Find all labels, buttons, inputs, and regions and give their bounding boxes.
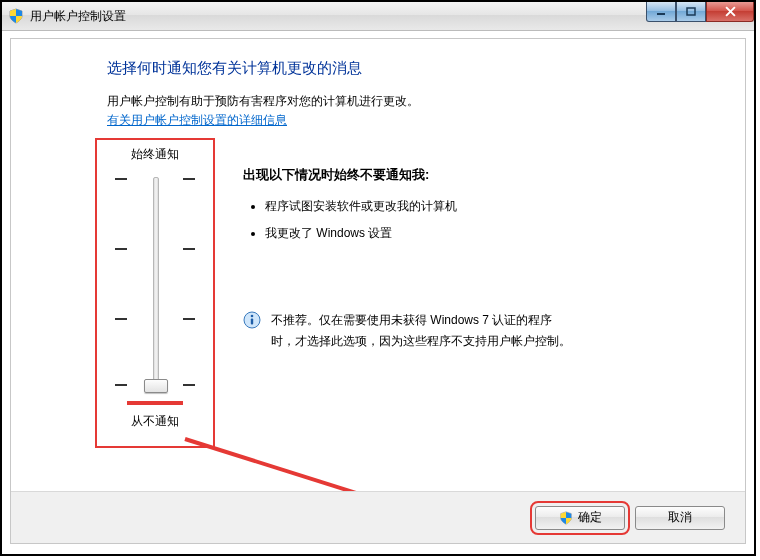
uac-shield-icon [8,8,24,24]
slider-label-bottom: 从不通知 [101,413,209,430]
window-buttons [646,2,754,22]
notification-slider-panel: 始终通知 从不通知 [95,138,215,448]
notification-slider[interactable] [115,171,195,395]
window-title: 用户帐户控制设置 [30,8,126,25]
svg-point-3 [251,315,254,318]
level-description-panel: 出现以下情况时始终不要通知我: 程序试图安装软件或更改我的计算机 我更改了 Wi… [243,138,721,448]
svg-rect-1 [687,8,695,15]
titlebar: 用户帐户控制设置 [2,2,754,31]
minimize-button[interactable] [646,2,676,22]
slider-label-top: 始终通知 [101,146,209,163]
ok-button[interactable]: 确定 [535,506,625,530]
cancel-button-label: 取消 [668,509,692,526]
svg-rect-0 [657,13,665,15]
slider-track [153,177,159,389]
uac-shield-icon [559,511,573,525]
page-title: 选择何时通知您有关计算机更改的消息 [107,59,721,78]
intro-text: 用户帐户控制有助于预防有害程序对您的计算机进行更改。 [107,92,721,111]
annotation-underline [127,401,183,405]
slider-thumb[interactable] [144,379,168,393]
level-title: 出现以下情况时始终不要通知我: [243,166,721,184]
content-area: 选择何时通知您有关计算机更改的消息 用户帐户控制有助于预防有害程序对您的计算机进… [11,39,745,491]
recommendation-text: 不推荐。仅在需要使用未获得 Windows 7 认证的程序时，才选择此选项，因为… [271,310,571,351]
help-link[interactable]: 有关用户帐户控制设置的详细信息 [107,113,287,127]
uac-settings-window: 用户帐户控制设置 选择何时通知您有关计算机更改的消息 用户帐户控制有助于预防有害… [0,0,756,556]
ok-button-label: 确定 [578,509,602,526]
level-bullet-list: 程序试图安装软件或更改我的计算机 我更改了 Windows 设置 [265,198,721,242]
maximize-button[interactable] [676,2,706,22]
dialog-footer: 确定 取消 [11,491,745,543]
intro-block: 用户帐户控制有助于预防有害程序对您的计算机进行更改。 有关用户帐户控制设置的详细… [107,92,721,130]
cancel-button[interactable]: 取消 [635,506,725,530]
client-area: 选择何时通知您有关计算机更改的消息 用户帐户控制有助于预防有害程序对您的计算机进… [10,38,746,544]
level-bullet: 程序试图安装软件或更改我的计算机 [265,198,721,215]
recommendation-row: 不推荐。仅在需要使用未获得 Windows 7 认证的程序时，才选择此选项，因为… [243,310,721,351]
level-bullet: 我更改了 Windows 设置 [265,225,721,242]
svg-rect-4 [251,319,253,325]
info-icon [243,311,263,351]
close-button[interactable] [706,2,754,22]
